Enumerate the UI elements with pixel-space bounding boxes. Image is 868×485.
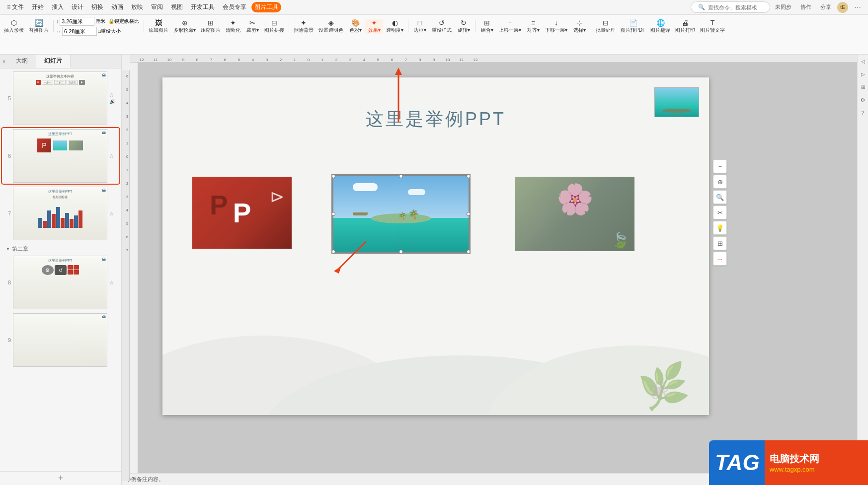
set-transparent-btn[interactable]: ◈ 设置透明色 [316, 19, 345, 34]
sep6 [591, 20, 591, 32]
menu-file[interactable]: ≡ 文件 [4, 2, 27, 12]
sep2 [144, 20, 144, 32]
float-minus-btn[interactable]: － [713, 159, 727, 173]
add-slide-btn[interactable]: + [0, 471, 121, 485]
stitch-btn[interactable]: ⊟ 图片拼接 [262, 19, 286, 34]
transparency-btn[interactable]: ◐ 透明度▾ [384, 19, 405, 34]
panel-collapse-btn[interactable]: « [0, 55, 8, 68]
more-icon[interactable]: ⋯ [851, 2, 864, 12]
note-content: 举例备注内容。 [126, 476, 164, 483]
tab-slides[interactable]: 幻灯片 [36, 55, 71, 68]
replace-image-btn[interactable]: 🔄 替换图片 [27, 19, 51, 34]
crop-btn[interactable]: ✂ 裁剪▾ [243, 19, 261, 34]
share-btn[interactable]: 分享 [817, 2, 834, 12]
img-to-text-btn[interactable]: T 图片转文字 [698, 19, 727, 34]
reset-style-btn[interactable]: ↺ 重设样式 [430, 19, 454, 34]
float-light-btn[interactable]: 💡 [713, 221, 727, 235]
red-arrow-vertical [391, 68, 406, 127]
slide-item-9[interactable]: 9 🏔 [2, 312, 119, 368]
sharpen-btn[interactable]: ✦ 清晰化 [224, 19, 242, 34]
slide-canvas[interactable]: 这里是举例PPT P P ⊳ [162, 77, 709, 415]
width-input[interactable] [62, 27, 97, 36]
add-image-btn[interactable]: 🖼 添加图片 [147, 19, 170, 34]
batch-process-btn[interactable]: ⊟ 批量处理 [594, 19, 618, 34]
image-powerpoint[interactable]: P P ⊳ [192, 177, 292, 249]
ruler-horizontal: 12 11 10 9 8 7 6 5 4 3 2 1 0 1 2 3 4 5 6… [130, 55, 857, 63]
right-sidebar-btn-2[interactable]: ▷ [859, 69, 868, 78]
align-btn[interactable]: ≡ 对齐▾ [524, 19, 542, 34]
cloud1 [353, 183, 378, 191]
float-layer-btn[interactable]: ⊕ [713, 175, 727, 189]
slide-thumbnail-tr [654, 87, 699, 117]
red-arrow-diagonal [331, 236, 371, 276]
slide-item-6[interactable]: 6 这里是举例PPT P 🏔 ☆ [2, 128, 119, 184]
user-avatar: tE [837, 2, 848, 13]
right-sidebar-btn-5[interactable]: ? [859, 108, 868, 117]
ruler-vertical: 6 5 4 3 2 1 0 1 2 3 4 5 6 7 [122, 70, 130, 481]
menu-slideshow[interactable]: 放映 [128, 2, 146, 12]
right-sidebar-btn-3[interactable]: ⊞ [859, 82, 868, 91]
sep1 [53, 20, 54, 32]
chapter-2-label: 第二章 [2, 243, 119, 255]
menu-member[interactable]: 会员专享 [220, 2, 249, 12]
slide-thumb-8[interactable]: 这里是举例PPT ⚙ ↺ [13, 256, 107, 309]
slide-item-7[interactable]: 7 这里是举例PPT 柱形图标题 [2, 186, 119, 241]
menu-picture-tool[interactable]: 图片工具 [251, 2, 281, 12]
remove-bg-btn[interactable]: ✦ 抠除背景 [292, 19, 316, 34]
resize-btn[interactable]: □重设大小 [98, 28, 121, 35]
insert-shape-btn[interactable]: ⬡ 插入形状 [2, 19, 26, 34]
menu-transition[interactable]: 切换 [88, 2, 106, 12]
menu-animation[interactable]: 动画 [108, 2, 126, 12]
float-zoom-btn[interactable]: 🔍 [713, 190, 727, 204]
img-print-btn[interactable]: 🖨 图片打印 [673, 19, 697, 34]
search-input[interactable] [708, 4, 768, 10]
slide-item-5[interactable]: 5 这是举例文本内容 ⊞ 一步一 二步二 三步三 ▶ 🏔 [2, 70, 119, 126]
move-down-btn[interactable]: ↓ 下移一层▾ [543, 19, 569, 34]
slide-thumb-6[interactable]: 这里是举例PPT P 🏔 [13, 129, 107, 183]
panel-tabs: « 大纲 幻灯片 [0, 55, 121, 69]
menu-design[interactable]: 设计 [69, 2, 86, 12]
height-input[interactable] [60, 17, 94, 26]
search-box[interactable]: 🔍 [691, 1, 770, 13]
menu-view[interactable]: 视图 [168, 2, 186, 12]
sync-label[interactable]: 未同步 [772, 2, 794, 12]
border-btn[interactable]: □ 边框▾ [411, 19, 429, 34]
right-sidebar-btn-1[interactable]: ◁ [859, 57, 868, 66]
img-to-pdf-btn[interactable]: 📄 图片转PDF [619, 19, 647, 34]
move-up-btn[interactable]: ↑ 上移一层▾ [497, 19, 523, 34]
slide-5-icons: ☆ 🔊 [109, 92, 115, 104]
svg-marker-4 [395, 68, 402, 75]
collab-btn[interactable]: 协作 [797, 2, 814, 12]
select-btn[interactable]: ⊹ 选择▾ [570, 19, 588, 34]
rotate-btn[interactable]: ↻ 旋转▾ [455, 19, 473, 34]
slide-item-8[interactable]: 8 这里是举例PPT ⚙ ↺ [2, 255, 119, 310]
float-crop-btn[interactable]: ✂ [713, 206, 727, 219]
mountain-decoration [162, 316, 709, 415]
multi-outline-btn[interactable]: ⊕ 多形轮廓▾ [171, 19, 198, 34]
slide-thumb-9[interactable]: 🏔 [13, 313, 107, 367]
tag-watermark: TAG 电脑技术网 www.tagxp.com [709, 440, 868, 485]
image-ink-painting[interactable]: 🌸 🍃 [515, 177, 634, 251]
menu-start[interactable]: 开始 [29, 2, 47, 12]
group-btn[interactable]: ⊞ 组合▾ [478, 19, 496, 34]
float-more-btn[interactable]: ··· [713, 252, 727, 266]
menu-insert[interactable]: 插入 [49, 2, 67, 12]
lock-ratio-btn[interactable]: 🔒锁定纵横比 [106, 18, 141, 25]
flower-decoration: ❀ [648, 376, 669, 405]
menu-developer[interactable]: 开发工具 [188, 2, 218, 12]
compress-btn[interactable]: ⊞ 压缩图片 [199, 19, 223, 34]
slide-7-icons: ☆ [109, 211, 114, 216]
slide-title: 这里是举例PPT [162, 107, 709, 132]
slide-thumb-7[interactable]: 这里是举例PPT 柱形图标题 [13, 187, 107, 240]
img-translate-btn[interactable]: 🌐 图片翻译 [648, 19, 672, 34]
slide-number-7: 7 [3, 210, 11, 216]
color-btn[interactable]: 🎨 色彩▾ [346, 19, 364, 34]
float-grid-btn[interactable]: ⊞ [713, 236, 727, 250]
svg-line-5 [339, 241, 366, 269]
tab-outline[interactable]: 大纲 [8, 55, 36, 68]
right-sidebar-btn-4[interactable]: ⚙ [859, 95, 868, 104]
slide-canvas-wrapper: 这里是举例PPT P P ⊳ [138, 63, 857, 473]
slide-thumb-5[interactable]: 这是举例文本内容 ⊞ 一步一 二步二 三步三 ▶ 🏔 [13, 71, 107, 125]
menu-review[interactable]: 审阅 [148, 2, 166, 12]
effect-btn[interactable]: ✦ 效果▾ [365, 19, 383, 34]
